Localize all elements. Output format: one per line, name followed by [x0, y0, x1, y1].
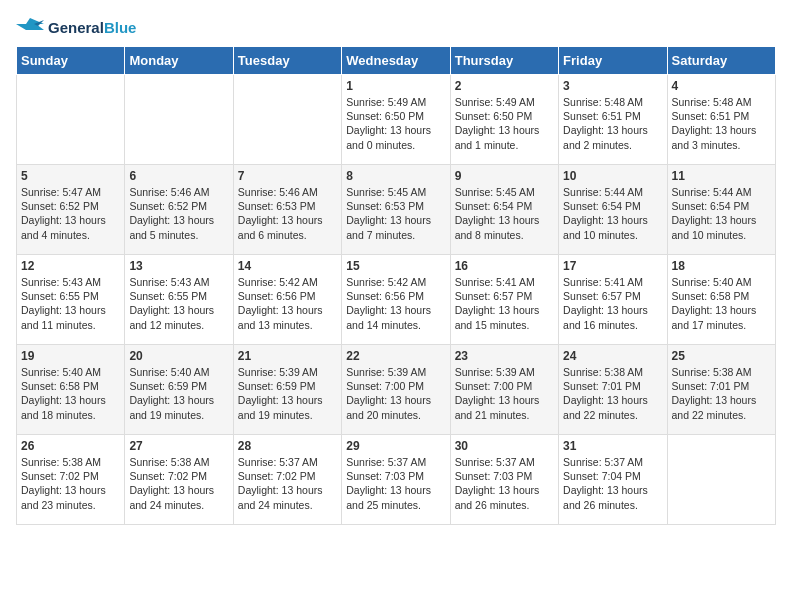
day-number: 5	[21, 169, 120, 183]
day-number: 17	[563, 259, 662, 273]
day-info: Sunrise: 5:43 AM Sunset: 6:55 PM Dayligh…	[21, 275, 120, 332]
day-cell: 28Sunrise: 5:37 AM Sunset: 7:02 PM Dayli…	[233, 435, 341, 525]
page-header: GeneralBlue	[16, 16, 776, 38]
day-cell: 20Sunrise: 5:40 AM Sunset: 6:59 PM Dayli…	[125, 345, 233, 435]
day-info: Sunrise: 5:44 AM Sunset: 6:54 PM Dayligh…	[672, 185, 771, 242]
column-header-monday: Monday	[125, 47, 233, 75]
day-info: Sunrise: 5:48 AM Sunset: 6:51 PM Dayligh…	[672, 95, 771, 152]
day-number: 12	[21, 259, 120, 273]
day-cell: 23Sunrise: 5:39 AM Sunset: 7:00 PM Dayli…	[450, 345, 558, 435]
day-info: Sunrise: 5:48 AM Sunset: 6:51 PM Dayligh…	[563, 95, 662, 152]
day-info: Sunrise: 5:46 AM Sunset: 6:52 PM Dayligh…	[129, 185, 228, 242]
week-row-2: 5Sunrise: 5:47 AM Sunset: 6:52 PM Daylig…	[17, 165, 776, 255]
day-cell: 5Sunrise: 5:47 AM Sunset: 6:52 PM Daylig…	[17, 165, 125, 255]
day-cell: 19Sunrise: 5:40 AM Sunset: 6:58 PM Dayli…	[17, 345, 125, 435]
day-info: Sunrise: 5:37 AM Sunset: 7:03 PM Dayligh…	[455, 455, 554, 512]
logo-icon	[16, 16, 44, 38]
day-info: Sunrise: 5:44 AM Sunset: 6:54 PM Dayligh…	[563, 185, 662, 242]
column-header-saturday: Saturday	[667, 47, 775, 75]
day-info: Sunrise: 5:45 AM Sunset: 6:54 PM Dayligh…	[455, 185, 554, 242]
day-number: 30	[455, 439, 554, 453]
day-cell	[17, 75, 125, 165]
day-cell	[233, 75, 341, 165]
day-info: Sunrise: 5:49 AM Sunset: 6:50 PM Dayligh…	[455, 95, 554, 152]
day-cell: 27Sunrise: 5:38 AM Sunset: 7:02 PM Dayli…	[125, 435, 233, 525]
day-info: Sunrise: 5:37 AM Sunset: 7:04 PM Dayligh…	[563, 455, 662, 512]
day-info: Sunrise: 5:42 AM Sunset: 6:56 PM Dayligh…	[346, 275, 445, 332]
day-number: 26	[21, 439, 120, 453]
column-header-sunday: Sunday	[17, 47, 125, 75]
column-header-friday: Friday	[559, 47, 667, 75]
day-number: 6	[129, 169, 228, 183]
day-cell: 4Sunrise: 5:48 AM Sunset: 6:51 PM Daylig…	[667, 75, 775, 165]
day-number: 1	[346, 79, 445, 93]
day-cell: 31Sunrise: 5:37 AM Sunset: 7:04 PM Dayli…	[559, 435, 667, 525]
day-info: Sunrise: 5:45 AM Sunset: 6:53 PM Dayligh…	[346, 185, 445, 242]
day-cell: 29Sunrise: 5:37 AM Sunset: 7:03 PM Dayli…	[342, 435, 450, 525]
day-cell: 13Sunrise: 5:43 AM Sunset: 6:55 PM Dayli…	[125, 255, 233, 345]
column-header-wednesday: Wednesday	[342, 47, 450, 75]
day-number: 25	[672, 349, 771, 363]
day-cell: 30Sunrise: 5:37 AM Sunset: 7:03 PM Dayli…	[450, 435, 558, 525]
day-number: 11	[672, 169, 771, 183]
day-number: 19	[21, 349, 120, 363]
day-info: Sunrise: 5:40 AM Sunset: 6:59 PM Dayligh…	[129, 365, 228, 422]
day-info: Sunrise: 5:39 AM Sunset: 7:00 PM Dayligh…	[455, 365, 554, 422]
day-cell: 16Sunrise: 5:41 AM Sunset: 6:57 PM Dayli…	[450, 255, 558, 345]
day-cell: 7Sunrise: 5:46 AM Sunset: 6:53 PM Daylig…	[233, 165, 341, 255]
day-cell: 22Sunrise: 5:39 AM Sunset: 7:00 PM Dayli…	[342, 345, 450, 435]
header-row: SundayMondayTuesdayWednesdayThursdayFrid…	[17, 47, 776, 75]
day-cell: 12Sunrise: 5:43 AM Sunset: 6:55 PM Dayli…	[17, 255, 125, 345]
day-number: 16	[455, 259, 554, 273]
day-cell: 11Sunrise: 5:44 AM Sunset: 6:54 PM Dayli…	[667, 165, 775, 255]
day-info: Sunrise: 5:38 AM Sunset: 7:01 PM Dayligh…	[672, 365, 771, 422]
day-info: Sunrise: 5:41 AM Sunset: 6:57 PM Dayligh…	[563, 275, 662, 332]
week-row-4: 19Sunrise: 5:40 AM Sunset: 6:58 PM Dayli…	[17, 345, 776, 435]
day-cell	[667, 435, 775, 525]
day-cell: 21Sunrise: 5:39 AM Sunset: 6:59 PM Dayli…	[233, 345, 341, 435]
day-info: Sunrise: 5:40 AM Sunset: 6:58 PM Dayligh…	[21, 365, 120, 422]
day-cell: 6Sunrise: 5:46 AM Sunset: 6:52 PM Daylig…	[125, 165, 233, 255]
day-number: 14	[238, 259, 337, 273]
day-number: 15	[346, 259, 445, 273]
day-cell: 17Sunrise: 5:41 AM Sunset: 6:57 PM Dayli…	[559, 255, 667, 345]
day-cell: 1Sunrise: 5:49 AM Sunset: 6:50 PM Daylig…	[342, 75, 450, 165]
day-cell: 14Sunrise: 5:42 AM Sunset: 6:56 PM Dayli…	[233, 255, 341, 345]
day-number: 10	[563, 169, 662, 183]
day-cell: 24Sunrise: 5:38 AM Sunset: 7:01 PM Dayli…	[559, 345, 667, 435]
day-number: 20	[129, 349, 228, 363]
week-row-5: 26Sunrise: 5:38 AM Sunset: 7:02 PM Dayli…	[17, 435, 776, 525]
day-info: Sunrise: 5:42 AM Sunset: 6:56 PM Dayligh…	[238, 275, 337, 332]
day-info: Sunrise: 5:49 AM Sunset: 6:50 PM Dayligh…	[346, 95, 445, 152]
logo-text: GeneralBlue	[48, 19, 136, 36]
day-number: 3	[563, 79, 662, 93]
day-cell: 15Sunrise: 5:42 AM Sunset: 6:56 PM Dayli…	[342, 255, 450, 345]
calendar-table: SundayMondayTuesdayWednesdayThursdayFrid…	[16, 46, 776, 525]
day-number: 9	[455, 169, 554, 183]
day-info: Sunrise: 5:46 AM Sunset: 6:53 PM Dayligh…	[238, 185, 337, 242]
day-number: 24	[563, 349, 662, 363]
day-number: 7	[238, 169, 337, 183]
day-number: 22	[346, 349, 445, 363]
day-cell: 18Sunrise: 5:40 AM Sunset: 6:58 PM Dayli…	[667, 255, 775, 345]
day-info: Sunrise: 5:39 AM Sunset: 6:59 PM Dayligh…	[238, 365, 337, 422]
day-info: Sunrise: 5:38 AM Sunset: 7:02 PM Dayligh…	[129, 455, 228, 512]
day-cell: 10Sunrise: 5:44 AM Sunset: 6:54 PM Dayli…	[559, 165, 667, 255]
day-number: 21	[238, 349, 337, 363]
week-row-1: 1Sunrise: 5:49 AM Sunset: 6:50 PM Daylig…	[17, 75, 776, 165]
day-cell: 8Sunrise: 5:45 AM Sunset: 6:53 PM Daylig…	[342, 165, 450, 255]
day-info: Sunrise: 5:40 AM Sunset: 6:58 PM Dayligh…	[672, 275, 771, 332]
logo: GeneralBlue	[16, 16, 136, 38]
day-cell	[125, 75, 233, 165]
day-cell: 26Sunrise: 5:38 AM Sunset: 7:02 PM Dayli…	[17, 435, 125, 525]
column-header-thursday: Thursday	[450, 47, 558, 75]
day-info: Sunrise: 5:41 AM Sunset: 6:57 PM Dayligh…	[455, 275, 554, 332]
week-row-3: 12Sunrise: 5:43 AM Sunset: 6:55 PM Dayli…	[17, 255, 776, 345]
day-info: Sunrise: 5:39 AM Sunset: 7:00 PM Dayligh…	[346, 365, 445, 422]
day-info: Sunrise: 5:37 AM Sunset: 7:02 PM Dayligh…	[238, 455, 337, 512]
day-info: Sunrise: 5:38 AM Sunset: 7:02 PM Dayligh…	[21, 455, 120, 512]
day-cell: 2Sunrise: 5:49 AM Sunset: 6:50 PM Daylig…	[450, 75, 558, 165]
day-number: 18	[672, 259, 771, 273]
day-number: 27	[129, 439, 228, 453]
day-number: 8	[346, 169, 445, 183]
